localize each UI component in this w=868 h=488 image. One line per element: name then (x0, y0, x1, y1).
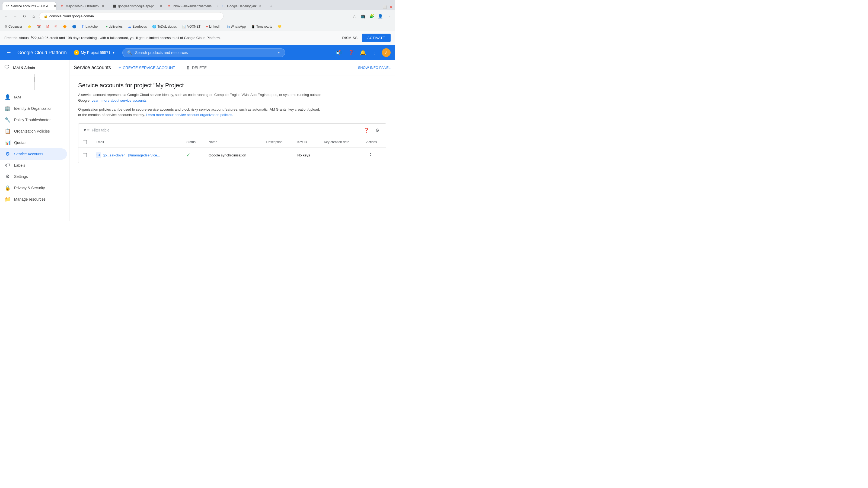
learn-more-link-1[interactable]: Learn more about service accounts. (91, 98, 148, 102)
bookmark-gmail[interactable]: M (44, 23, 51, 30)
identity-org-icon: 🏢 (4, 105, 11, 111)
close-button[interactable]: ✕ (389, 5, 393, 9)
tab-close-github[interactable]: ✕ (159, 4, 163, 8)
learn-more-link-2[interactable]: Learn more about service account organiz… (146, 113, 233, 117)
service-account-email-link[interactable]: SA go...sal-clover...@managedservice... (96, 152, 178, 158)
new-tab-button[interactable]: + (268, 2, 275, 10)
tab-close-inbox[interactable]: ✕ (216, 4, 218, 8)
notifications-icon[interactable]: 📬 (334, 48, 344, 58)
bookmark-blue[interactable]: 🔵 (70, 23, 79, 30)
column-header-key-id: Key ID (293, 137, 319, 148)
row-checkbox[interactable] (83, 153, 87, 157)
search-bar[interactable]: 🔍 Search products and resources ▼ (122, 48, 285, 57)
bookmark-whatsapp[interactable]: 📱 Тинькофф (249, 23, 274, 30)
bookmark-orange[interactable]: 🔶 (61, 23, 69, 30)
tab-majordomо[interactable]: M MajorDoMo - Ответить ✕ (57, 2, 109, 10)
show-info-panel-link[interactable]: SHOW INFO PANEL (358, 66, 391, 70)
hamburger-menu[interactable]: ☰ (4, 48, 13, 57)
bookmark-deliveries-label: Everfocus (132, 25, 147, 29)
column-header-name[interactable]: Name ↑ (204, 137, 262, 148)
row-actions-button[interactable]: ⋮ (366, 151, 375, 159)
create-btn-label: CREATE SERVICE ACCOUNT (123, 66, 175, 70)
cast-icon[interactable]: 📺 (359, 12, 367, 20)
column-header-description: Description (262, 137, 293, 148)
bookmark-apps[interactable]: ⚙ Сервисы (2, 23, 24, 30)
sidebar-header: 🛡 IAM & Admin (0, 60, 69, 73)
sidebar-item-identity-org[interactable]: 🏢 Identity & Organization (0, 103, 67, 114)
service-accounts-table: Email Status Name ↑ Description Key ID K… (79, 137, 386, 163)
bookmark-inbox[interactable]: ✉ (52, 23, 59, 30)
tinkoff-icon: 💛 (278, 25, 282, 29)
sidebar-title: IAM & Admin (13, 66, 35, 70)
sidebar-item-quotas[interactable]: 📊 Quotas (0, 137, 67, 148)
sidebar-item-policy-troubleshooter[interactable]: 🔧 Policy Troubleshooter (0, 114, 67, 126)
delete-button[interactable]: 🗑 DELETE (183, 64, 210, 72)
back-button[interactable]: ← (2, 12, 10, 20)
bookmark-translate-label: Ipackchem (85, 25, 100, 29)
url-bar[interactable]: 🔒 console.cloud.google.com/ia (39, 12, 223, 20)
maximize-button[interactable]: ⬜ (383, 5, 387, 9)
sidebar-item-iam[interactable]: 👤 IAM (0, 91, 67, 103)
calendar-icon: 📅 (37, 25, 41, 29)
header-right: 📬 ❓ 🔔 ⋮ A (334, 48, 391, 58)
row-description-cell (262, 148, 293, 163)
user-avatar[interactable]: A (382, 48, 391, 57)
blue-icon: 🔵 (72, 25, 76, 29)
quotas-icon: 📊 (4, 140, 11, 145)
gmail-icon: M (46, 25, 49, 29)
bell-icon[interactable]: 🔔 (358, 48, 368, 58)
row-name-cell: Google synchroinisation (204, 148, 262, 163)
service-account-email-icon: SA (96, 152, 101, 158)
tab-service-accounts[interactable]: 🛡 Service accounts – IAM &... ✕ (2, 2, 56, 10)
bookmark-ipackchem[interactable]: ● deliveries (104, 23, 125, 30)
select-all-header[interactable] (79, 137, 91, 148)
bookmark-translate[interactable]: T Ipackchem (80, 23, 102, 30)
star-bookmark-icon[interactable]: ☆ (350, 12, 358, 20)
dismiss-button[interactable]: DISMISS (338, 34, 362, 42)
row-select-cell[interactable] (79, 148, 91, 163)
search-dropdown-icon: ▼ (277, 51, 280, 55)
search-icon: 🔍 (127, 50, 132, 55)
more-options-icon[interactable]: ⋮ (370, 48, 380, 58)
project-selector[interactable]: ✦ My Project 55571 ▼ (71, 49, 118, 56)
bookmark-star[interactable]: ⭐ (25, 23, 34, 30)
reload-button[interactable]: ↻ (21, 12, 28, 20)
activate-button[interactable]: ACTIVATE (362, 34, 391, 42)
bookmark-tinkoff[interactable]: 💛 (275, 23, 285, 30)
help-icon[interactable]: ❓ (346, 48, 356, 58)
tab-github[interactable]: ⬛ googleapis/google-api-ph... ✕ (109, 2, 163, 10)
tab-close-service-accounts[interactable]: ✕ (53, 4, 56, 8)
tab-label-translate: Google Переводчик (227, 4, 257, 8)
sidebar-item-labels[interactable]: 🏷 Labels (0, 160, 67, 171)
minimize-button[interactable]: ─ (377, 5, 381, 9)
bookmark-voxnet[interactable]: ● LinkedIn (204, 23, 223, 30)
bookmark-todolist[interactable]: 📊 VOXNET (180, 23, 203, 30)
profile-icon[interactable]: 👤 (376, 12, 384, 20)
table-columns-icon[interactable]: ⚙ (373, 126, 382, 134)
menu-icon[interactable]: ⋮ (385, 12, 393, 20)
filter-placeholder: Filter table (92, 128, 362, 132)
tab-translate[interactable]: G Google Переводчик ✕ (218, 2, 266, 10)
forward-button[interactable]: → (11, 12, 19, 20)
bookmark-cal[interactable]: 📅 (35, 23, 43, 30)
extensions-icon[interactable]: 🧩 (368, 12, 375, 20)
sidebar-item-settings[interactable]: ⚙ Settings (0, 171, 67, 182)
tab-close-translate[interactable]: ✕ (258, 4, 262, 8)
sidebar-item-manage-resources[interactable]: 📁 Manage resources (0, 194, 67, 205)
sidebar-item-identity-org-label: Identity & Organization (14, 106, 53, 110)
sidebar-item-privacy-security[interactable]: 🔒 Privacy & Security (0, 182, 67, 194)
tab-close-majordomo[interactable]: ✕ (101, 4, 105, 8)
home-button[interactable]: ⌂ (30, 12, 37, 20)
bookmark-linkedin[interactable]: in WhatsApp (225, 23, 248, 30)
sidebar-item-service-accounts[interactable]: ⚙ Service Accounts (0, 148, 67, 160)
sidebar-item-manage-resources-label: Manage resources (14, 197, 45, 201)
table-help-icon[interactable]: ❓ (362, 126, 371, 134)
sidebar-item-org-policies[interactable]: 📋 Organization Policies (0, 126, 67, 137)
scroll-indicator (0, 73, 69, 91)
bookmark-everfocus[interactable]: 🌐 ToDoList.xlsx (150, 23, 179, 30)
labels-icon: 🏷 (4, 162, 11, 168)
select-all-checkbox[interactable] (83, 140, 87, 144)
tab-inbox[interactable]: M Inbox - alexander.znamens... ✕ (163, 2, 218, 10)
bookmark-deliveries[interactable]: ☁ Everfocus (126, 23, 149, 30)
create-service-account-button[interactable]: + CREATE SERVICE ACCOUNT (115, 64, 179, 72)
